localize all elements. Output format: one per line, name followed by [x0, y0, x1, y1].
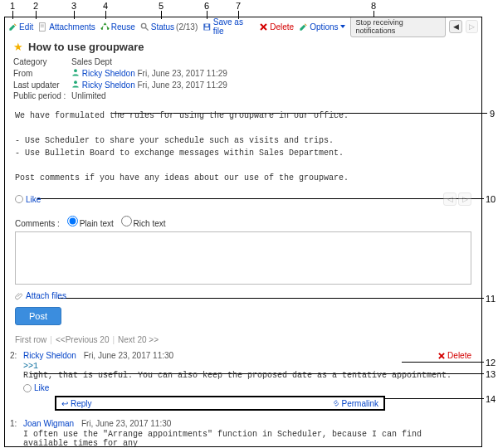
svg-point-3 [141, 23, 146, 28]
reuse-action[interactable]: Reuse [100, 22, 135, 32]
prev-20-link[interactable]: <<Previous 20 [56, 335, 110, 344]
svg-rect-7 [205, 27, 209, 30]
plain-text-radio[interactable] [67, 216, 78, 226]
updater-user-link[interactable]: Ricky Sheldon [82, 80, 135, 90]
comment-user-link[interactable]: Joan Wigman [23, 419, 74, 428]
delete-label: Delete [270, 22, 294, 32]
toolbar: Edit Attachments Reuse Status (2/13) Sav… [5, 17, 481, 36]
options-label: Options [310, 22, 338, 32]
user-icon [71, 68, 80, 76]
body-next-button[interactable]: ▷ [458, 192, 471, 206]
callout-3: 3 [71, 1, 76, 11]
comment-user-link[interactable]: Ricky Sheldon [23, 351, 76, 360]
from-key: From [13, 67, 71, 79]
save-as-file-action[interactable]: Save as file [203, 17, 254, 36]
from-timestamp: Fri, June 23, 2017 11:29 [137, 69, 227, 78]
callout-13: 13 [486, 369, 496, 379]
body-prev-button[interactable]: ◁ [443, 192, 456, 206]
delete-action[interactable]: Delete [259, 22, 294, 32]
comment-body-text: I often use the "Arrange appointments" f… [23, 430, 422, 447]
callout-7: 7 [236, 1, 241, 11]
edit-action[interactable]: Edit [8, 22, 33, 32]
next-20-link[interactable]: Next 20 >> [118, 335, 159, 344]
svg-point-11 [74, 80, 77, 84]
pencil-icon [299, 22, 308, 32]
svg-point-10 [74, 69, 77, 72]
comment-like-button[interactable]: Like [34, 383, 49, 392]
link-icon [332, 399, 340, 407]
comment-pager: First row|<<Previous 20|Next 20 >> [5, 332, 481, 348]
comments-label: Comments : [15, 219, 60, 228]
floppy-icon [203, 22, 212, 32]
post-title: How to use groupware [28, 41, 144, 53]
plain-text-label: Plain text [80, 219, 114, 228]
attach-files-label: Attach files [26, 291, 66, 300]
options-action[interactable]: Options [299, 22, 344, 32]
comment-reply-button[interactable]: Reply [71, 399, 92, 408]
svg-rect-1 [41, 24, 44, 25]
callout-11: 11 [486, 294, 496, 304]
svg-line-4 [145, 27, 148, 30]
comment-ref-link[interactable]: >>1 [23, 362, 38, 371]
attach-files-link[interactable]: Attach files [5, 288, 481, 304]
updater-key: Last updater [13, 79, 71, 90]
like-icon [15, 195, 23, 203]
svg-rect-2 [41, 26, 44, 27]
period-value: Unlimited [71, 90, 232, 101]
callout-2: 2 [33, 1, 38, 11]
first-row-link[interactable]: First row [15, 335, 46, 344]
permalink-button[interactable]: Permalink [332, 399, 378, 408]
prev-topic-button[interactable]: ◀ [449, 20, 461, 33]
recycle-icon [100, 22, 110, 32]
svg-rect-6 [206, 24, 209, 27]
x-icon [437, 352, 446, 360]
period-key: Public period : [13, 90, 71, 101]
comment-item: 1: Joan Wigman Fri, June 23, 2017 11:30 … [5, 416, 481, 447]
comment-number: 2: [10, 351, 17, 360]
rich-text-label: Rich text [134, 219, 166, 228]
comment-number: 1: [10, 419, 17, 428]
status-action[interactable]: Status (2/13) [140, 22, 198, 32]
reuse-label: Reuse [111, 22, 135, 32]
status-label: Status [151, 22, 174, 32]
pencil-icon [8, 22, 17, 32]
reply-permalink-bar: ↩ Reply Permalink [55, 396, 385, 411]
stop-notifications-button[interactable]: Stop receiving notifications [350, 17, 447, 37]
callout-5: 5 [159, 1, 164, 11]
comment-textarea[interactable] [15, 231, 471, 285]
post-header: ★ How to use groupware Category Sales De… [5, 36, 481, 103]
next-topic-button[interactable]: ▷ [466, 20, 478, 33]
callout-8: 8 [371, 1, 376, 11]
comment-body-text: Right, that is useful. You can also keep… [23, 371, 452, 380]
attachments-action[interactable]: Attachments [38, 22, 95, 32]
star-icon[interactable]: ★ [13, 41, 23, 53]
chevron-down-icon [340, 25, 345, 28]
save-as-file-label: Save as file [213, 17, 254, 36]
comment-timestamp: Fri, June 23, 2017 11:30 [84, 351, 173, 360]
comment-timestamp: Fri, June 23, 2017 11:30 [81, 419, 171, 428]
callout-12: 12 [486, 358, 496, 368]
like-button[interactable]: Like [26, 195, 41, 204]
comment-delete-button[interactable]: Delete [437, 351, 471, 360]
paperclip-icon [15, 292, 23, 300]
rich-text-radio[interactable] [121, 216, 132, 226]
callout-4: 4 [103, 1, 108, 11]
callout-6: 6 [204, 1, 209, 11]
post-button[interactable]: Post [15, 307, 61, 325]
category-value: Sales Dept [71, 56, 232, 67]
status-count: (2/13) [176, 22, 198, 32]
category-key: Category [13, 56, 71, 67]
comment-item: 2: Delete Ricky Sheldon Fri, June 23, 20… [5, 348, 481, 416]
from-user-link[interactable]: Ricky Sheldon [82, 69, 135, 78]
user-icon [71, 80, 80, 88]
like-icon [23, 384, 32, 392]
magnifier-icon [140, 22, 149, 32]
callout-9: 9 [490, 109, 495, 119]
updater-timestamp: Fri, June 23, 2017 11:29 [137, 80, 227, 90]
callout-10: 10 [486, 194, 496, 204]
callout-1: 1 [10, 1, 15, 11]
callout-14: 14 [486, 394, 496, 404]
reply-arrow-icon: ↩ [61, 399, 68, 408]
attachments-label: Attachments [49, 22, 95, 32]
edit-label: Edit [19, 22, 33, 32]
